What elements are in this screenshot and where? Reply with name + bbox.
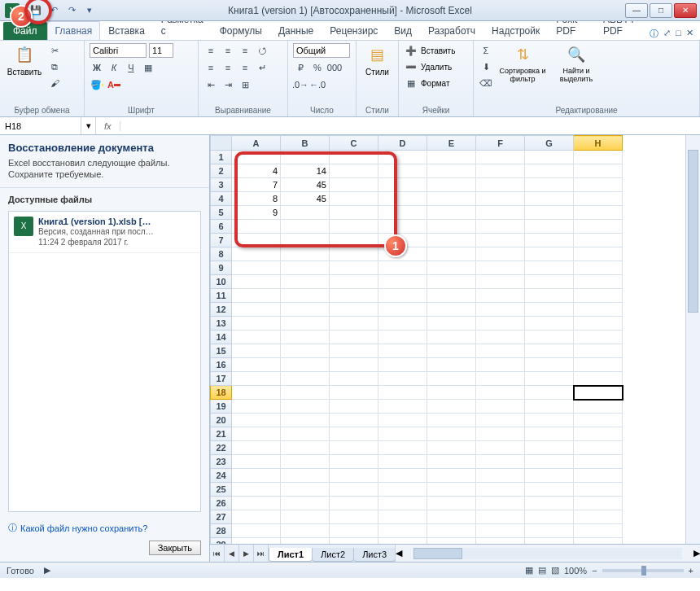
cell-B2[interactable]: 14 [281,164,330,178]
cell-B29[interactable] [281,538,330,545]
wrap-text-icon[interactable]: ↵ [255,60,269,75]
cell-E17[interactable] [427,372,476,386]
row-header-23[interactable]: 23 [211,455,232,469]
cell-A8[interactable] [232,247,281,261]
row-header-25[interactable]: 25 [211,483,232,497]
cell-B27[interactable] [281,510,330,524]
row-header-24[interactable]: 24 [211,469,232,483]
currency-icon[interactable]: ₽ [293,60,308,75]
view-layout-icon[interactable]: ▤ [538,565,546,576]
cell-D14[interactable] [378,331,427,344]
cell-G3[interactable] [525,178,574,192]
inc-decimal-icon[interactable]: .0→ [293,77,308,92]
row-header-18[interactable]: 18 [211,386,232,400]
fx-icon[interactable]: fx [96,121,120,131]
row-header-10[interactable]: 10 [211,275,232,289]
bold-button[interactable]: Ж [90,60,104,75]
sheet-nav-last-icon[interactable]: ⏭ [254,545,269,562]
cell-E12[interactable] [427,303,476,317]
cell-F20[interactable] [476,414,525,427]
cell-A6[interactable] [232,220,281,234]
cell-H21[interactable] [574,427,623,441]
tab-view[interactable]: Вид [386,21,420,40]
cell-A1[interactable] [232,151,281,164]
cell-E4[interactable] [427,192,476,206]
indent-inc-icon[interactable]: ⇥ [221,77,235,92]
cell-C6[interactable] [330,220,378,234]
cell-D20[interactable] [378,414,427,427]
cell-E25[interactable] [427,483,476,497]
cell-C4[interactable] [330,192,378,206]
cell-G9[interactable] [525,261,574,275]
cell-H27[interactable] [574,510,623,524]
cell-F1[interactable] [476,151,525,164]
cell-H18[interactable] [574,386,623,400]
cell-E16[interactable] [427,358,476,372]
cell-D1[interactable] [378,151,427,164]
row-header-29[interactable]: 29 [211,538,232,545]
cell-E26[interactable] [427,497,476,510]
cell-E8[interactable] [427,247,476,261]
recovery-close-button[interactable]: Закрыть [149,541,201,555]
row-header-20[interactable]: 20 [211,414,232,427]
cell-F4[interactable] [476,192,525,206]
cell-C2[interactable] [330,164,378,178]
italic-button[interactable]: К [107,60,121,75]
zoom-slider[interactable] [602,569,684,572]
cell-C21[interactable] [330,427,378,441]
cell-H4[interactable] [574,192,623,206]
cell-B1[interactable] [281,151,330,164]
cell-F15[interactable] [476,344,525,358]
cell-H7[interactable] [574,234,623,247]
cell-G14[interactable] [525,331,574,344]
cell-E22[interactable] [427,441,476,455]
cell-H9[interactable] [574,261,623,275]
cell-D6[interactable] [378,220,427,234]
cell-B16[interactable] [281,358,330,372]
cell-G7[interactable] [525,234,574,247]
minimize-button[interactable]: — [625,3,648,18]
styles-button[interactable]: ▤ Стили [361,43,393,77]
cell-B26[interactable] [281,497,330,510]
cell-C19[interactable] [330,400,378,414]
cell-B11[interactable] [281,289,330,303]
cell-D23[interactable] [378,455,427,469]
formula-input[interactable] [120,121,700,131]
cell-B17[interactable] [281,372,330,386]
cell-G5[interactable] [525,206,574,220]
cell-A17[interactable] [232,372,281,386]
cell-E3[interactable] [427,178,476,192]
cell-H16[interactable] [574,358,623,372]
cell-F5[interactable] [476,206,525,220]
cell-C1[interactable] [330,151,378,164]
delete-cells-button[interactable]: ➖Удалить [404,59,452,74]
cell-B19[interactable] [281,400,330,414]
cell-F7[interactable] [476,234,525,247]
cell-B23[interactable] [281,455,330,469]
cell-F21[interactable] [476,427,525,441]
cell-B25[interactable] [281,483,330,497]
cell-D29[interactable] [378,538,427,545]
row-header-16[interactable]: 16 [211,358,232,372]
cell-E11[interactable] [427,289,476,303]
cell-C28[interactable] [330,524,378,538]
cell-H14[interactable] [574,331,623,344]
cell-G21[interactable] [525,427,574,441]
cell-A5[interactable]: 9 [232,206,281,220]
cell-A3[interactable]: 7 [232,178,281,192]
cell-A4[interactable]: 8 [232,192,281,206]
cell-H2[interactable] [574,164,623,178]
cell-B15[interactable] [281,344,330,358]
cell-D17[interactable] [378,372,427,386]
namebox-dropdown-icon[interactable]: ▾ [81,117,96,134]
cell-F25[interactable] [476,483,525,497]
cell-A23[interactable] [232,455,281,469]
fill-down-icon[interactable]: ⬇ [479,59,493,74]
sheet-nav-next-icon[interactable]: ▶ [239,545,254,562]
row-header-7[interactable]: 7 [211,234,232,247]
cell-F11[interactable] [476,289,525,303]
cell-H15[interactable] [574,344,623,358]
cell-D15[interactable] [378,344,427,358]
cell-D28[interactable] [378,524,427,538]
percent-icon[interactable]: % [310,60,325,75]
